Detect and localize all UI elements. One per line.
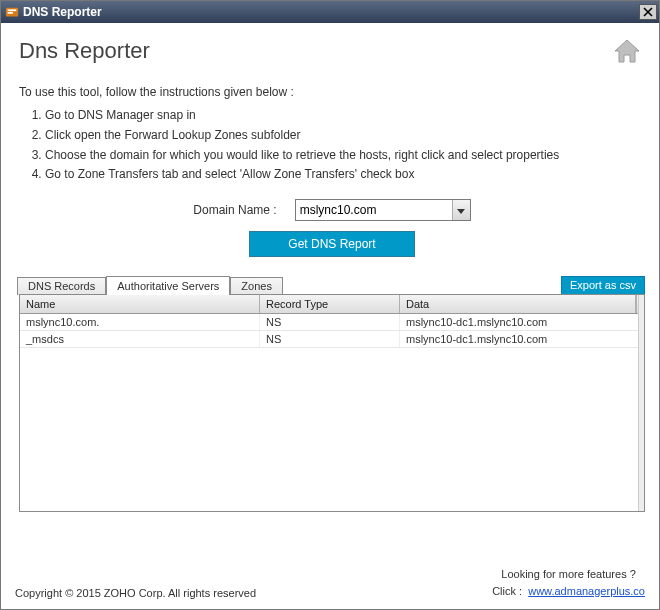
results-grid: Name Record Type Data mslync10.com. NS m… [19,294,645,512]
promo-link[interactable]: www.admanagerplus.co [528,585,645,597]
dropdown-button[interactable] [452,200,470,220]
instructions-lead: To use this tool, follow the instruction… [19,85,645,99]
tab-zones[interactable]: Zones [230,277,283,295]
tab-dns-records[interactable]: DNS Records [17,277,106,295]
header: Dns Reporter [1,23,659,75]
page-title: Dns Reporter [19,38,611,64]
table-row[interactable]: mslync10.com. NS mslync10-dc1.mslync10.c… [20,314,644,331]
footer: Copyright © 2015 ZOHO Corp. All rights r… [1,558,659,609]
svg-rect-1 [8,9,17,11]
titlebar: DNS Reporter [1,1,659,23]
close-button[interactable] [639,4,657,20]
cell-data: mslync10-dc1.mslync10.com [400,331,644,347]
export-csv-button[interactable]: Export as csv [561,276,645,295]
cell-type: NS [260,331,400,347]
cell-type: NS [260,314,400,330]
window-title: DNS Reporter [23,5,639,19]
cell-name: _msdcs [20,331,260,347]
promo-line: Looking for more features ? [492,566,645,583]
instruction-step: Click open the Forward Lookup Zones subf… [45,127,645,144]
app-icon [5,5,19,19]
instruction-step: Go to Zone Transfers tab and select 'All… [45,166,645,183]
instruction-step: Go to DNS Manager snap in [45,107,645,124]
button-row: Get DNS Report [19,231,645,257]
grid-header: Name Record Type Data [20,295,644,314]
domain-row: Domain Name : [19,199,645,221]
chevron-down-icon [457,203,465,217]
app-window: DNS Reporter Dns Reporter To use this to… [0,0,660,610]
tab-authoritative-servers[interactable]: Authoritative Servers [106,276,230,295]
column-header-type[interactable]: Record Type [260,295,400,313]
column-header-data[interactable]: Data [400,295,636,313]
click-label: Click : [492,585,522,597]
home-icon[interactable] [611,35,643,67]
tabs-row: DNS Records Authoritative Servers Zones … [17,275,645,295]
table-row[interactable]: _msdcs NS mslync10-dc1.mslync10.com [20,331,644,348]
grid-body: mslync10.com. NS mslync10-dc1.mslync10.c… [20,314,644,348]
domain-input[interactable] [295,199,471,221]
scrollbar-placeholder [638,295,644,511]
cell-data: mslync10-dc1.mslync10.com [400,314,644,330]
promo-block: Looking for more features ? Click : www.… [492,566,645,599]
promo-click-line: Click : www.admanagerplus.co [492,583,645,600]
instruction-step: Choose the domain for which you would li… [45,147,645,164]
domain-label: Domain Name : [193,203,276,217]
domain-combobox[interactable] [295,199,471,221]
svg-rect-2 [8,12,13,14]
get-report-button[interactable]: Get DNS Report [249,231,414,257]
cell-name: mslync10.com. [20,314,260,330]
content: To use this tool, follow the instruction… [1,75,659,512]
column-header-name[interactable]: Name [20,295,260,313]
copyright-text: Copyright © 2015 ZOHO Corp. All rights r… [15,587,492,599]
instructions-list: Go to DNS Manager snap in Click open the… [45,107,645,183]
